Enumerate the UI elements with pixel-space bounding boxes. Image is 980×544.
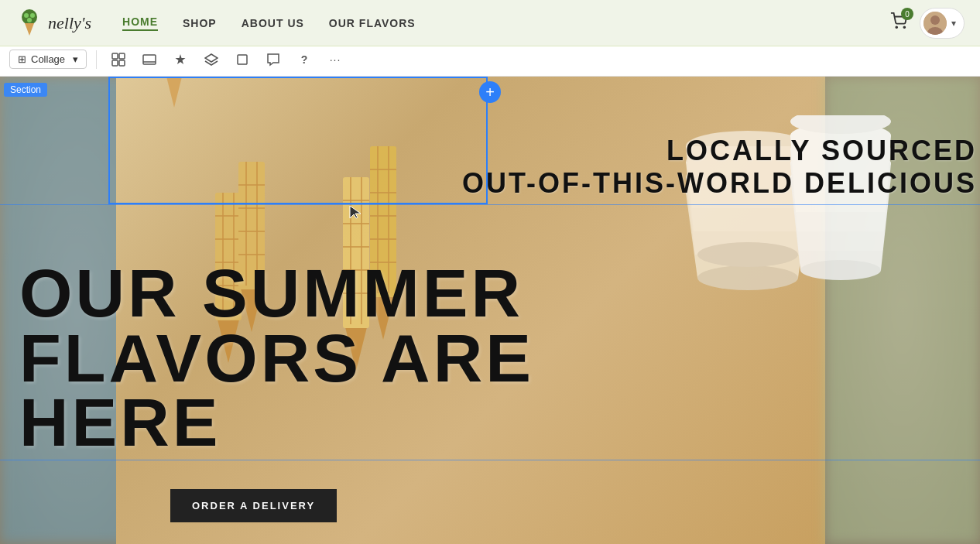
help-icon-btn[interactable]: ?	[292, 47, 317, 72]
dropdown-arrow-icon: ▾	[73, 53, 78, 65]
svg-point-3	[27, 18, 32, 22]
svg-point-1	[24, 13, 29, 18]
cart-button[interactable]: 0	[890, 12, 907, 33]
logo[interactable]: nelly's	[15, 9, 91, 37]
section-divider-top	[0, 204, 980, 205]
nav-home[interactable]: HOME	[122, 15, 158, 31]
collage-label: Collage	[31, 53, 65, 65]
tagline-line1: LOCALLY SOURCED	[462, 135, 977, 167]
section-divider-bottom	[0, 460, 980, 460]
tagline-container: LOCALLY SOURCED OUT-OF-THIS-WORLD DELICI…	[462, 135, 980, 200]
svg-rect-9	[112, 53, 118, 59]
nav-about[interactable]: ABOUT US	[242, 17, 304, 29]
logo-icon	[15, 9, 43, 37]
user-menu-button[interactable]: ▾	[920, 8, 965, 39]
section-badge[interactable]: Section	[4, 83, 47, 97]
svg-point-4	[896, 26, 897, 28]
chevron-down-icon: ▾	[951, 18, 956, 29]
svg-point-65	[800, 260, 881, 280]
preview-icon-btn[interactable]	[137, 47, 162, 72]
add-section-button[interactable]: +	[479, 81, 501, 103]
nav-menu: HOME SHOP ABOUT US OUR FLAVORS	[122, 15, 890, 31]
grid-small-icon: ⊞	[18, 53, 26, 65]
more-options-icon-btn[interactable]: ···	[323, 47, 348, 72]
order-delivery-button[interactable]: ORDER A DELIVERY	[170, 489, 337, 522]
ai-enhance-icon-btn[interactable]	[168, 47, 193, 72]
svg-rect-16	[238, 55, 247, 64]
svg-point-61	[697, 242, 798, 267]
svg-rect-11	[112, 60, 118, 66]
collage-dropdown[interactable]: ⊞ Collage ▾	[9, 50, 87, 69]
tagline-line2: OUT-OF-THIS-WORLD DELICIOUS	[462, 167, 977, 200]
layout-icon-btn[interactable]	[106, 47, 131, 72]
svg-marker-17	[163, 77, 186, 108]
navbar-right: 0 ▾	[890, 8, 965, 39]
crop-icon-btn[interactable]	[230, 47, 255, 72]
nav-flavors[interactable]: OUR FLAVORS	[329, 17, 416, 29]
toolbar-divider-1	[96, 50, 97, 69]
logo-text: nelly's	[48, 13, 91, 33]
svg-point-59	[697, 265, 798, 290]
svg-rect-13	[143, 55, 156, 64]
hero-section: Section + LOCALLY SOURCED OUT-OF-THIS-WO…	[0, 77, 980, 544]
editor-toolbar: ⊞ Collage ▾	[0, 43, 980, 77]
svg-rect-10	[119, 53, 125, 59]
cart-badge: 0	[901, 8, 913, 20]
hero-heading-line3: HERE	[19, 384, 221, 460]
hero-main-text: OUR SUMMER FLAVORS ARE HERE	[19, 261, 534, 455]
svg-point-7	[930, 15, 940, 25]
layers-icon-btn[interactable]	[199, 47, 224, 72]
hero-heading: OUR SUMMER FLAVORS ARE HERE	[19, 261, 534, 455]
svg-rect-12	[119, 60, 125, 66]
nav-shop[interactable]: SHOP	[183, 17, 217, 29]
navbar: nelly's HOME SHOP ABOUT US OUR FLAVORS 0…	[0, 0, 980, 46]
svg-marker-15	[205, 54, 218, 62]
user-avatar	[923, 12, 947, 35]
comment-icon-btn[interactable]	[261, 47, 286, 72]
svg-point-5	[903, 26, 905, 28]
svg-point-2	[30, 13, 35, 18]
